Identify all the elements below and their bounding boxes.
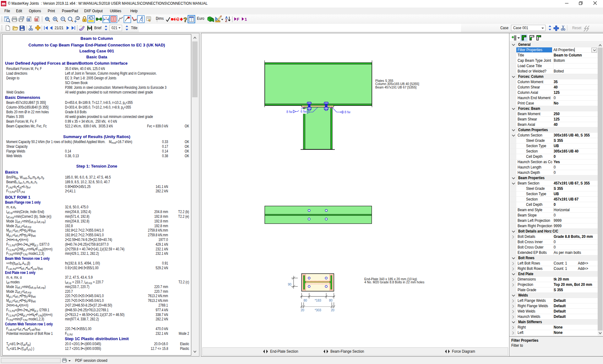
svg-text:?: ? [183,16,187,23]
svg-text:F: F [237,17,239,22]
svg-text:W: W [35,18,38,21]
svg-text:W: W [27,18,30,21]
svg-text:Z: Z [225,19,227,23]
svg-text:Ω: Ω [177,17,179,21]
svg-text:1: 1 [245,17,247,22]
